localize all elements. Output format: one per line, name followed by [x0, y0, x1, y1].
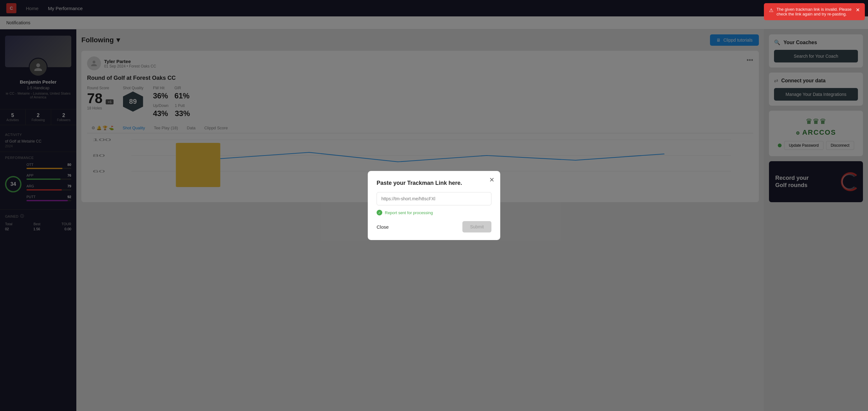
modal-overlay: Paste your Trackman Link here. ✕ ✓ Repor…	[0, 0, 868, 411]
modal-close-button[interactable]: Close	[377, 224, 389, 230]
toast-message: The given trackman link is invalid. Plea…	[777, 7, 852, 17]
trackman-modal: Paste your Trackman Link here. ✕ ✓ Repor…	[368, 171, 500, 240]
warning-icon: ⚠	[769, 7, 773, 13]
modal-submit-button[interactable]: Submit	[462, 221, 491, 232]
trackman-link-input[interactable]	[377, 192, 491, 205]
modal-success-message: ✓ Report sent for processing	[377, 210, 491, 215]
modal-title: Paste your Trackman Link here.	[377, 180, 491, 186]
modal-footer: Close Submit	[377, 221, 491, 232]
modal-close-x-button[interactable]: ✕	[489, 176, 495, 184]
toast-close-button[interactable]: ✕	[856, 7, 860, 13]
error-toast: ⚠ The given trackman link is invalid. Pl…	[764, 3, 865, 20]
success-check-icon: ✓	[377, 210, 382, 215]
